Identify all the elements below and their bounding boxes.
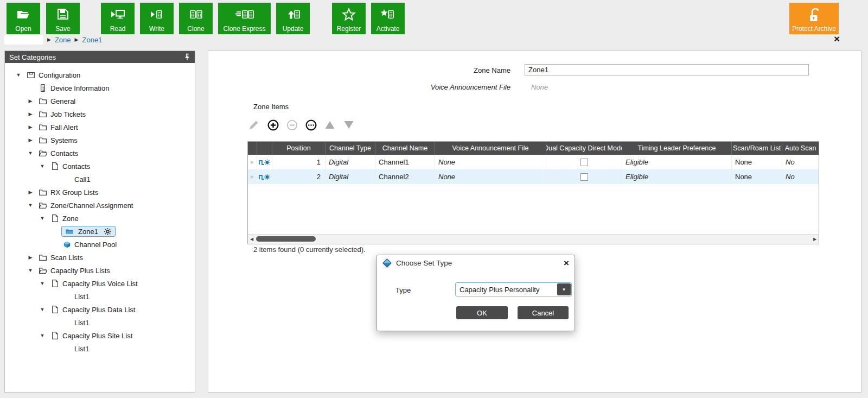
save-button[interactable]: Save <box>46 3 80 34</box>
breadcrumb-redacted-item <box>4 35 43 45</box>
more-button[interactable] <box>304 118 317 132</box>
tree-item-list1[interactable]: List1 <box>5 316 195 329</box>
tree-item-call1[interactable]: Call1 <box>5 173 195 186</box>
tree-item-job-tickets[interactable]: ▶Job Tickets <box>5 108 195 121</box>
tree-item-zone1[interactable]: Zone1 <box>5 225 195 238</box>
column-header-auto-scan[interactable]: Auto Scan <box>782 142 819 155</box>
tree-item-general[interactable]: ▶General <box>5 94 195 108</box>
tree-item-zone-channel-assignment[interactable]: ▼Zone/Channel Assignment <box>5 199 195 212</box>
column-header-voice-announcement-file[interactable]: Voice Announcement File <box>435 142 546 155</box>
tree-item-zone[interactable]: ▼Zone <box>5 212 195 225</box>
tree-item-capacity-plus-voice-list[interactable]: ▼Capacity Plus Voice List <box>5 277 195 290</box>
column-header-empty[interactable] <box>248 142 257 155</box>
table-header-row: PositionChannel TypeChannel NameVoice An… <box>248 142 819 155</box>
tree-item-label: Contacts <box>61 162 90 170</box>
move-down-button[interactable] <box>342 118 355 132</box>
tree-item-fall-alert[interactable]: ▶Fall Alert <box>5 121 195 134</box>
clone-button[interactable]: Clone <box>179 3 213 34</box>
clone-express-button[interactable]: Clone Express <box>218 3 271 34</box>
tree-item-rx-group-lists[interactable]: ▶RX Group Lists <box>5 186 195 199</box>
dialog-close-icon[interactable]: × <box>564 258 569 269</box>
row-expander-cell[interactable]: ▶ <box>248 155 257 169</box>
activate-button[interactable]: Activate <box>371 3 405 34</box>
column-header-channel-type[interactable]: Channel Type <box>326 142 375 155</box>
move-up-button[interactable] <box>323 118 336 132</box>
breadcrumb-link-zone[interactable]: Zone <box>55 36 71 44</box>
column-header-dual-capacity-direct-mode[interactable]: Dual Capacity Direct Mode <box>546 142 622 155</box>
set-type-dropdown[interactable]: Capacity Plus Personality ▼ <box>455 282 572 296</box>
tree-item-capacity-plus-data-list[interactable]: ▼Capacity Plus Data List <box>5 303 195 316</box>
row-expander-icon[interactable]: ▶ <box>251 160 254 165</box>
tree-item-list1[interactable]: List1 <box>5 290 195 303</box>
gear-icon[interactable] <box>104 228 112 236</box>
add-button[interactable] <box>266 118 279 132</box>
table-row[interactable]: ▶1DigitalChannel1NoneEligibleNoneNo <box>248 155 819 169</box>
edit-button[interactable] <box>247 118 260 132</box>
zone-name-input[interactable] <box>525 64 809 75</box>
chevron-down-icon[interactable]: ▼ <box>557 283 571 295</box>
chevron-expanded-icon[interactable]: ▼ <box>24 268 36 273</box>
protect-archive-button[interactable]: Protect Archive <box>789 3 839 34</box>
column-header-timing-leader-preference[interactable]: Timing Leader Preference <box>622 142 732 155</box>
scrollbar-thumb[interactable] <box>256 236 316 242</box>
cancel-button[interactable]: Cancel <box>518 306 569 319</box>
folder-blue-icon <box>64 227 75 236</box>
register-button[interactable]: Register <box>332 3 366 34</box>
chevron-expanded-icon[interactable]: ▼ <box>36 281 48 286</box>
column-header-channel-name[interactable]: Channel Name <box>375 142 435 155</box>
chevron-expanded-icon[interactable]: ▼ <box>24 150 36 156</box>
breadcrumb-link-zone1[interactable]: Zone1 <box>82 36 102 44</box>
position-cell: 2 <box>272 169 326 184</box>
write-icon <box>140 7 174 23</box>
column-header-scan-roam-list[interactable]: Scan/Roam List <box>732 142 782 155</box>
tree-item-label: RX Group Lists <box>49 188 98 197</box>
pin-icon[interactable] <box>184 53 190 61</box>
column-header-position[interactable]: Position <box>272 142 326 155</box>
row-expander-icon[interactable]: ▶ <box>251 174 254 179</box>
checkbox[interactable] <box>580 159 588 166</box>
folder-open-icon <box>36 201 49 210</box>
tree-item-channel-pool[interactable]: Channel Pool <box>5 238 195 251</box>
chevron-expanded-icon[interactable]: ▼ <box>36 163 48 169</box>
checkbox[interactable] <box>580 173 588 181</box>
tree-item-systems[interactable]: ▶Systems <box>5 134 195 147</box>
chevron-collapsed-icon[interactable]: ▶ <box>24 124 36 130</box>
ok-button[interactable]: OK <box>456 306 508 319</box>
chevron-expanded-icon[interactable]: ▼ <box>12 72 24 78</box>
tree-item-device-information[interactable]: Device Information <box>5 81 195 94</box>
tree-item-label: Capacity Plus Voice List <box>61 280 138 288</box>
chevron-expanded-icon[interactable]: ▼ <box>36 307 48 312</box>
scroll-right-icon[interactable]: ▶ <box>811 235 819 243</box>
tree-item-capacity-plus-lists[interactable]: ▼Capacity Plus Lists <box>5 264 195 277</box>
scroll-left-icon[interactable]: ◀ <box>248 235 256 243</box>
horizontal-scrollbar[interactable]: ◀ ▶ <box>248 234 819 244</box>
tree-item-capacity-plus-site-list[interactable]: ▼Capacity Plus Site List <box>5 329 195 342</box>
chevron-collapsed-icon[interactable]: ▶ <box>24 255 36 260</box>
tree-item-list1[interactable]: List1 <box>5 342 195 355</box>
tree-item-configuration[interactable]: ▼Configuration <box>5 68 195 81</box>
chevron-collapsed-icon[interactable]: ▶ <box>24 189 36 195</box>
write-button[interactable]: Write <box>140 3 174 34</box>
voice-announcement-file-value: None <box>531 83 548 91</box>
chevron-collapsed-icon[interactable]: ▶ <box>24 98 36 104</box>
remove-button[interactable] <box>285 118 298 132</box>
table-row[interactable]: ▶2DigitalChannel2NoneEligibleNoneNo <box>248 169 819 184</box>
read-button[interactable]: Read <box>101 3 135 34</box>
chevron-expanded-icon[interactable]: ▼ <box>36 333 48 338</box>
tree-item-contacts[interactable]: ▼Contacts <box>5 160 195 173</box>
tree-item-scan-lists[interactable]: ▶Scan Lists <box>5 251 195 264</box>
scan-roam-list-cell: None <box>732 169 782 184</box>
scan-roam-list-cell: None <box>732 155 782 169</box>
voice-announcement-file-cell: None <box>435 155 546 169</box>
row-expander-cell[interactable]: ▶ <box>248 169 257 184</box>
column-header-empty[interactable] <box>257 142 272 155</box>
tree-item-contacts[interactable]: ▼Contacts <box>5 147 195 160</box>
update-button[interactable]: Update <box>276 3 310 34</box>
chevron-collapsed-icon[interactable]: ▶ <box>24 111 36 117</box>
close-icon[interactable]: × <box>834 33 840 45</box>
chevron-collapsed-icon[interactable]: ▶ <box>24 137 36 143</box>
folder-icon <box>36 188 49 197</box>
chevron-expanded-icon[interactable]: ▼ <box>24 203 36 208</box>
chevron-expanded-icon[interactable]: ▼ <box>36 216 48 221</box>
open-button[interactable]: Open <box>7 3 40 34</box>
